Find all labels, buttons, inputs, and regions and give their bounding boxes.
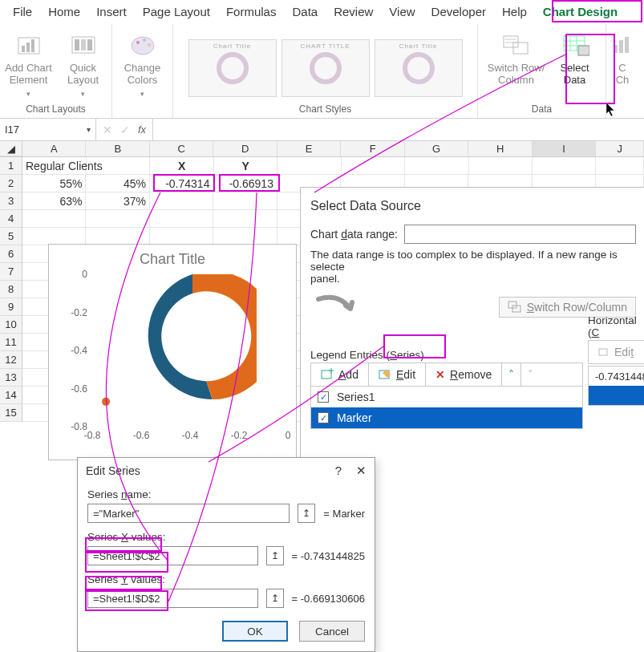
col-A[interactable]: A — [22, 141, 86, 156]
svg-rect-21 — [578, 46, 589, 55]
chart-style-1[interactable]: Chart Title — [188, 39, 277, 97]
chart-title[interactable]: Chart Title — [49, 245, 296, 271]
checkbox-icon[interactable]: ✓ — [318, 412, 329, 423]
series-item-marker[interactable]: ✓ Marker — [311, 407, 582, 428]
switch-row-column-button[interactable]: Switch Row/ Column — [486, 27, 547, 101]
svg-rect-5 — [75, 39, 79, 51]
col-J[interactable]: J — [596, 141, 644, 156]
formula-input[interactable] — [153, 119, 644, 140]
cell-C2[interactable]: -0.74314 — [150, 175, 213, 192]
range-picker-icon[interactable]: ↥ — [266, 589, 284, 608]
col-E[interactable]: E — [277, 141, 341, 156]
series-y-label: Series Y values: — [87, 573, 365, 585]
fx-icon[interactable]: fx — [138, 124, 146, 136]
svg-rect-24 — [625, 37, 629, 53]
svg-rect-6 — [81, 39, 86, 51]
add-icon — [321, 368, 334, 381]
cell-D1[interactable]: Y — [214, 157, 277, 175]
tab-review[interactable]: Review — [326, 2, 381, 24]
chevron-down-icon: ˅ — [528, 368, 533, 381]
tab-formulas[interactable]: Formulas — [218, 2, 285, 24]
series-moveup-button[interactable]: ˄ — [502, 363, 521, 386]
tab-pagelayout[interactable]: Page Layout — [135, 2, 218, 24]
cell-A2[interactable]: 55% — [22, 175, 86, 192]
col-D[interactable]: D — [213, 141, 277, 156]
cancel-formula-icon[interactable]: ✕ — [103, 124, 112, 136]
svg-point-11 — [148, 43, 151, 47]
series-remove-button[interactable]: ✕ Remove — [426, 363, 502, 386]
series-y-preview: = -0.669130606 — [292, 593, 365, 605]
col-B[interactable]: B — [86, 141, 149, 156]
chart-style-3[interactable]: Chart Title — [375, 39, 463, 97]
horiz-edit-button[interactable]: Edit — [589, 341, 643, 363]
col-F[interactable]: F — [341, 141, 404, 156]
edit-icon — [379, 368, 391, 381]
series-list[interactable]: ✓ Series1 ✓ Marker — [310, 387, 583, 429]
range-picker-icon[interactable]: ↥ — [266, 546, 284, 565]
chart-styles-gallery[interactable]: Chart Title CHART TITLE Chart Title — [188, 27, 463, 103]
chart-data-range-input[interactable] — [404, 225, 636, 244]
cell-B2[interactable]: 45% — [86, 175, 149, 192]
col-H[interactable]: H — [468, 141, 532, 156]
cell-B3[interactable]: 37% — [86, 192, 149, 210]
help-icon[interactable]: ? — [335, 464, 342, 478]
cell-A3[interactable]: 63% — [22, 192, 86, 210]
cancel-button[interactable]: Cancel — [299, 621, 365, 642]
select-data-label: Select Data — [560, 63, 589, 87]
marker-series[interactable] — [92, 274, 288, 427]
select-data-button[interactable]: Select Data — [552, 27, 598, 101]
svg-rect-13 — [513, 43, 528, 54]
range-picker-icon[interactable]: ↥ — [298, 504, 315, 523]
horizontal-values-list[interactable]: -0.74314482 — [588, 366, 644, 406]
select-all-corner[interactable]: ◢ — [0, 141, 22, 156]
series-name-input[interactable]: ="Marker" — [87, 504, 290, 523]
col-I[interactable]: I — [533, 141, 596, 156]
tab-developer[interactable]: Developer — [423, 2, 494, 24]
checkbox-icon[interactable]: ✓ — [318, 391, 329, 403]
col-C[interactable]: C — [150, 141, 213, 156]
series-y-input[interactable]: =Sheet1!$D$2 — [87, 589, 258, 608]
col-G[interactable]: G — [405, 141, 468, 156]
quick-layout-label: Quick Layout — [67, 63, 99, 87]
chevron-up-icon: ˄ — [508, 368, 514, 381]
tab-data[interactable]: Data — [284, 2, 326, 24]
svg-rect-32 — [599, 349, 607, 355]
quick-layout-button[interactable]: Quick Layout ▾ — [59, 27, 108, 101]
series-movedown-button[interactable]: ˅ — [521, 363, 540, 386]
series-item-series1[interactable]: ✓ Series1 — [311, 387, 582, 407]
tab-file[interactable]: File — [5, 2, 40, 24]
series-x-preview: = -0.743144825 — [292, 550, 365, 562]
cell-D2[interactable]: -0.66913 — [213, 175, 277, 192]
cell-A1[interactable]: Regular Clients — [22, 157, 87, 175]
series-add-button[interactable]: Add — [311, 363, 369, 386]
change-colors-button[interactable]: Change Colors ▾ — [118, 27, 168, 101]
tab-home[interactable]: Home — [40, 2, 88, 24]
chart-type-icon — [608, 30, 637, 59]
tab-help[interactable]: Help — [494, 2, 535, 24]
switch-icon — [502, 30, 531, 59]
embedded-chart[interactable]: Chart Title 0 -0.2 -0.4 -0.6 -0.8 -0.8 -… — [48, 244, 297, 460]
chart-style-2[interactable]: CHART TITLE — [281, 39, 370, 97]
change-chart-type-button[interactable]: C Ch — [609, 27, 636, 101]
series-toolbar: Add Edit ✕ Remove ˄ ˅ — [310, 362, 583, 387]
switch-arrow-icon — [310, 291, 358, 323]
close-icon[interactable]: ✕ — [356, 464, 367, 478]
select-data-icon — [561, 30, 589, 59]
svg-rect-2 — [26, 43, 30, 52]
tab-view[interactable]: View — [381, 2, 423, 24]
series-edit-button[interactable]: Edit — [369, 363, 426, 386]
cell-C1[interactable]: X — [150, 157, 213, 175]
enter-formula-icon[interactable]: ✓ — [120, 124, 130, 136]
plot-area[interactable]: 0 -0.2 -0.4 -0.6 -0.8 -0.8 -0.6 -0.4 -0.… — [92, 274, 288, 427]
name-box[interactable]: I17▾ — [0, 119, 96, 140]
series-x-input[interactable]: =Sheet1!$C$2 — [87, 546, 258, 565]
add-chart-element-icon — [14, 30, 43, 59]
ok-button[interactable]: OK — [222, 621, 288, 642]
add-chart-element-button[interactable]: Add Chart Element ▾ — [4, 27, 54, 101]
cell-B1[interactable] — [87, 157, 150, 175]
series-name-preview: = Marker — [323, 508, 365, 520]
edit-series-title: Edit Series — [86, 464, 140, 477]
remove-icon: ✕ — [435, 368, 445, 381]
tab-chartdesign[interactable]: Chart Design — [535, 2, 626, 24]
tab-insert[interactable]: Insert — [88, 2, 135, 24]
